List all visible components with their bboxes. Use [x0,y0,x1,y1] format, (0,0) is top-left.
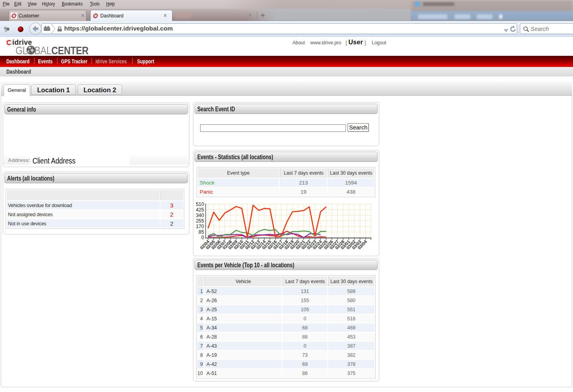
svg-text:85: 85 [199,229,204,235]
svg-text:510: 510 [196,202,204,207]
svg-text:425: 425 [196,207,204,213]
svg-text:0: 0 [201,235,204,240]
svg-text:255: 255 [196,218,204,224]
svg-text:170: 170 [196,224,204,229]
svg-text:340: 340 [196,213,204,218]
